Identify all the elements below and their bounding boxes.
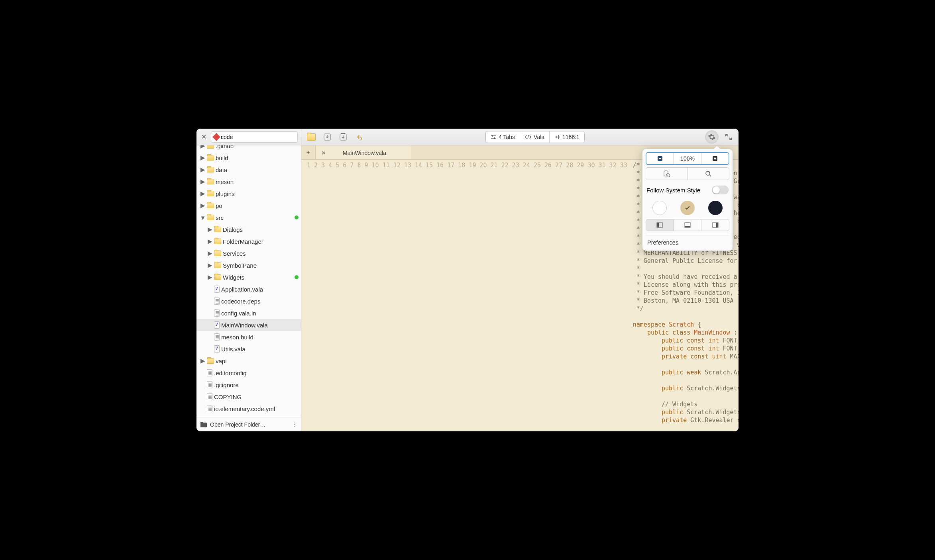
tree-folder[interactable]: ▶build xyxy=(196,152,301,164)
path-input[interactable] xyxy=(211,131,298,143)
layout-sidebar-right[interactable] xyxy=(701,219,729,231)
panel-right-icon xyxy=(712,222,719,228)
follow-system-toggle[interactable] xyxy=(712,186,729,194)
path-field[interactable] xyxy=(221,134,295,140)
tree-folder[interactable]: ▶SymbolPane xyxy=(196,259,301,271)
find-replace-button[interactable] xyxy=(646,168,688,180)
lang-segment[interactable]: Vala xyxy=(520,131,550,143)
undo-button[interactable] xyxy=(353,131,365,143)
new-tab-button[interactable]: ＋ xyxy=(301,145,316,159)
tree-folder[interactable]: ▶vapi xyxy=(196,355,301,367)
tree-label: Widgets xyxy=(223,274,244,281)
tree-folder[interactable]: ▶meson xyxy=(196,176,301,188)
fullscreen-button[interactable] xyxy=(723,131,735,143)
tree-label: FolderManager xyxy=(223,238,263,245)
zoom-out-button[interactable] xyxy=(646,153,674,164)
folder-open-icon xyxy=(200,422,207,427)
tab-mainwindow[interactable]: ✕ MainWindow.vala xyxy=(316,145,411,159)
preferences-item[interactable]: Preferences xyxy=(646,235,729,247)
svg-line-12 xyxy=(669,176,670,177)
tree-file[interactable]: config.vala.in xyxy=(196,307,301,319)
theme-sepia[interactable] xyxy=(680,201,695,215)
plus-icon xyxy=(712,156,718,161)
more-icon[interactable]: ⋮ xyxy=(291,421,297,428)
tree-folder[interactable]: ▶Dialogs xyxy=(196,223,301,235)
tree-file[interactable]: .editorconfig xyxy=(196,367,301,379)
theme-light[interactable] xyxy=(652,201,667,215)
disclosure-icon xyxy=(208,299,212,303)
project-icon xyxy=(212,133,220,141)
svg-rect-6 xyxy=(659,158,661,159)
goto-icon xyxy=(554,134,560,140)
tree-folder[interactable]: ▶Services xyxy=(196,247,301,259)
disclosure-icon xyxy=(208,335,212,339)
tree-label: .gitignore xyxy=(214,382,239,388)
close-icon[interactable]: ✕ xyxy=(200,133,208,141)
file-icon xyxy=(207,393,212,400)
layout-selector xyxy=(646,219,729,231)
tree-folder[interactable]: ▶FolderManager xyxy=(196,235,301,247)
tree-file[interactable]: codecore.deps xyxy=(196,295,301,307)
disclosure-icon: ▶ xyxy=(208,239,212,244)
tree-file[interactable]: Utils.vala xyxy=(196,343,301,355)
layout-panel-bottom[interactable] xyxy=(674,219,702,231)
folder-icon xyxy=(207,215,214,220)
disclosure-icon: ▶ xyxy=(208,251,212,256)
tabs-icon xyxy=(491,134,496,140)
tree-file[interactable]: .gitignore xyxy=(196,379,301,391)
line-gutter: 1 2 3 4 5 6 7 8 9 10 11 12 13 14 15 16 1… xyxy=(301,160,631,431)
file-icon xyxy=(207,369,212,376)
tree-file[interactable]: COPYING xyxy=(196,391,301,403)
tree-label: Services xyxy=(223,250,246,257)
folder-icon xyxy=(207,167,214,172)
save-all-button[interactable] xyxy=(337,131,349,143)
zoom-in-button[interactable] xyxy=(701,153,729,164)
folder-icon xyxy=(207,191,214,196)
tree-folder[interactable]: ▶plugins xyxy=(196,188,301,200)
tabs-segment[interactable]: 4 Tabs xyxy=(486,131,520,143)
tree-folder[interactable]: ▶Widgets xyxy=(196,271,301,283)
save-button[interactable] xyxy=(321,131,333,143)
svg-rect-16 xyxy=(657,223,659,227)
tree-label: meson xyxy=(216,178,234,185)
theme-dark[interactable] xyxy=(708,201,723,215)
tree-label: plugins xyxy=(216,190,235,197)
find-replace-icon xyxy=(664,170,670,177)
tree-file[interactable]: MainWindow.vala xyxy=(196,319,301,331)
file-tree[interactable]: ▶.github▶build▶data▶meson▶plugins▶po▼src… xyxy=(196,145,301,417)
zoom-level[interactable]: 100% xyxy=(674,153,701,164)
tree-folder[interactable]: ▼src xyxy=(196,211,301,223)
tree-file[interactable]: Application.vala xyxy=(196,283,301,295)
settings-button[interactable] xyxy=(705,130,719,144)
svg-line-14 xyxy=(709,175,711,176)
modified-dot-icon xyxy=(295,275,299,279)
tabs-label: 4 Tabs xyxy=(499,134,515,140)
sidebar-header: ✕ xyxy=(196,129,301,145)
tree-file[interactable]: meson.build xyxy=(196,331,301,343)
minus-icon xyxy=(657,156,663,161)
tree-label: SymbolPane xyxy=(223,262,257,269)
sidebar-footer[interactable]: Open Project Folder… ⋮ xyxy=(196,417,301,431)
tab-close-icon[interactable]: ✕ xyxy=(321,150,326,156)
disclosure-icon xyxy=(208,347,212,351)
tree-folder[interactable]: ▶.github xyxy=(196,145,301,152)
folder-icon xyxy=(207,155,214,161)
tree-folder[interactable]: ▶po xyxy=(196,200,301,211)
disclosure-icon xyxy=(208,287,212,292)
file-icon xyxy=(207,405,212,412)
folder-icon xyxy=(214,274,221,280)
disclosure-icon xyxy=(208,311,212,315)
search-button[interactable] xyxy=(688,168,729,180)
disclosure-icon: ▶ xyxy=(208,275,212,280)
tree-label: vapi xyxy=(216,358,227,364)
layout-sidebar-left[interactable] xyxy=(646,219,674,231)
tree-file[interactable]: io.elementary.code.yml xyxy=(196,403,301,415)
status-segments: 4 Tabs Vala 1166:1 xyxy=(485,131,585,143)
tree-folder[interactable]: ▶data xyxy=(196,164,301,176)
pos-segment[interactable]: 1166:1 xyxy=(550,131,584,143)
open-folder-button[interactable] xyxy=(305,131,317,143)
disclosure-icon: ▶ xyxy=(208,227,212,232)
folder-icon xyxy=(207,358,214,364)
file-icon xyxy=(207,381,212,388)
disclosure-icon xyxy=(200,370,205,375)
